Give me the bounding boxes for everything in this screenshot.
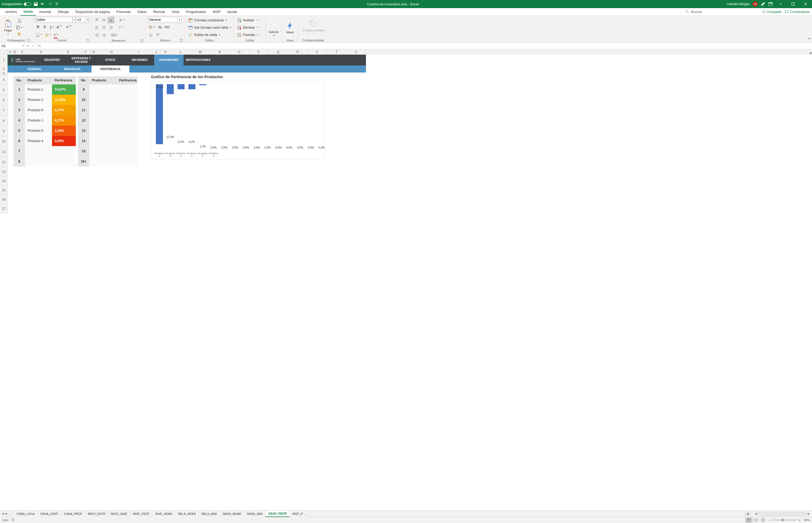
row-header-12[interactable]: 12 — [0, 157, 7, 167]
align-middle-button[interactable] — [101, 17, 107, 23]
ribbon-display-icon[interactable] — [768, 2, 773, 6]
dash-tab-instrucciones[interactable]: INSTRUCCIONES — [183, 55, 213, 66]
redo-icon[interactable] — [47, 2, 52, 6]
orientation-button[interactable]: ab — [118, 17, 126, 23]
row-header-1[interactable]: 1 — [0, 55, 7, 66]
sheet-tab[interactable]: CADA_CENT — [38, 510, 61, 517]
table-row[interactable]: 5Producto 51,24% — [14, 126, 76, 136]
format-painter-button[interactable] — [15, 31, 23, 38]
name-box[interactable] — [0, 43, 25, 49]
copy-button[interactable] — [15, 24, 23, 31]
font-size-input[interactable] — [76, 17, 86, 23]
sheet-nav-more-icon[interactable]: … — [8, 512, 13, 516]
align-right-button[interactable] — [108, 24, 114, 31]
row-header-11[interactable]: 11 — [0, 147, 7, 157]
row-header-10[interactable]: 10 — [0, 137, 7, 147]
row-header-3[interactable]: 3 — [0, 73, 7, 75]
numfmt-dropdown-icon[interactable] — [178, 17, 181, 23]
scroll-left-icon[interactable]: ◀ — [754, 512, 758, 516]
menu-tab-dibujar[interactable]: Dibujar — [54, 8, 72, 16]
sheet-tab[interactable]: INST_P … — [289, 510, 310, 517]
size-dropdown-icon[interactable] — [87, 17, 89, 23]
table-row[interactable]: 7 — [14, 146, 76, 156]
row-header-13[interactable]: 13 — [0, 167, 7, 176]
table-row[interactable]: 4Producto 16,17% — [14, 115, 76, 126]
page-layout-view-button[interactable] — [753, 518, 759, 522]
decrease-indent-button[interactable] — [94, 32, 100, 38]
row-header-14[interactable]: 14 — [0, 176, 7, 186]
horizontal-scrollbar[interactable]: ◀ ▶ — [753, 512, 812, 516]
format-as-table-button[interactable]: Dar formato como tabla — [187, 24, 232, 31]
sheet-tab[interactable]: MOVI_ENTR — [85, 510, 108, 517]
increase-indent-button[interactable] — [101, 32, 107, 38]
table-row[interactable]: 13 — [78, 126, 138, 136]
accounting-format-button[interactable] — [148, 24, 156, 30]
decrease-decimal-button[interactable]: .00.0 — [155, 31, 161, 38]
table-row[interactable]: 3Producto 66,17% — [14, 105, 76, 115]
dialog-launcher-icon[interactable] — [180, 39, 183, 42]
cell-styles-button[interactable]: Estilos de celda — [187, 32, 232, 38]
sheet-tab[interactable]: INVE_GERA — [153, 510, 175, 517]
decrease-font-button[interactable]: A — [66, 24, 74, 30]
row-header-8[interactable]: 8 — [0, 116, 7, 126]
table-row[interactable]: 6Producto 40,00% — [14, 136, 76, 146]
formula-input[interactable] — [42, 44, 810, 48]
sheet-tab[interactable]: CADA_PROF — [61, 510, 85, 517]
col-header-I[interactable]: I — [125, 49, 152, 55]
menu-tab-ayuda[interactable]: Ayuda — [224, 8, 240, 16]
scroll-right-icon[interactable]: ▶ — [807, 512, 811, 516]
share-button[interactable]: Compartir — [761, 10, 782, 14]
dialog-launcher-icon[interactable] — [27, 39, 30, 42]
col-header-L[interactable]: L — [171, 49, 191, 55]
menu-tab-insertar[interactable]: Insertar — [36, 8, 54, 16]
col-header-B[interactable]: B — [13, 49, 17, 55]
table-row[interactable]: 2Producto 312,35% — [14, 95, 76, 105]
table-row[interactable]: 16+ — [78, 156, 138, 167]
font-dropdown-icon[interactable] — [73, 17, 76, 23]
sheet-tab[interactable]: DASH_INDI — [244, 510, 266, 517]
search-box[interactable]: Buscar — [686, 10, 702, 14]
dash-tab-informes[interactable]: INFORMES — [125, 55, 154, 66]
bold-button[interactable]: N — [35, 24, 41, 30]
sheet-nav-prev-icon[interactable]: ◀ — [1, 512, 4, 516]
row-header-4[interactable]: 4 — [0, 75, 7, 85]
insert-cells-button[interactable]: +Insertar — [236, 17, 260, 23]
normal-view-button[interactable] — [745, 518, 753, 522]
zoom-out-button[interactable]: − — [769, 518, 771, 522]
menu-tab-programador[interactable]: Programador — [183, 8, 210, 16]
percent-button[interactable]: % — [157, 24, 163, 30]
col-header-M[interactable]: M — [191, 49, 210, 55]
table-row[interactable]: 15 — [78, 146, 138, 156]
sheet-tab[interactable]: CADA_LOCA — [14, 510, 38, 517]
sheet-tab[interactable]: INVE_CENT — [130, 510, 153, 517]
sheet-tab[interactable]: RELA_ANA — [199, 510, 220, 517]
sheet-tab[interactable]: MOVI_SAID — [108, 510, 130, 517]
increase-font-button[interactable]: A — [56, 24, 65, 30]
format-cells-button[interactable]: Formato — [236, 32, 260, 38]
table-row[interactable]: 11 — [78, 105, 138, 115]
dialog-launcher-icon[interactable] — [140, 39, 143, 42]
align-top-button[interactable] — [94, 17, 100, 23]
dialog-launcher-icon[interactable] — [86, 39, 89, 42]
select-all-corner[interactable] — [0, 49, 7, 55]
confidentiality-button[interactable]: Confidencialidad — [301, 18, 325, 37]
col-header-E[interactable]: E — [55, 49, 82, 55]
col-header-R[interactable]: R — [288, 49, 307, 55]
zoom-slider[interactable] — [773, 520, 797, 521]
conditional-formatting-button[interactable]: Formato condicional — [187, 17, 232, 23]
sheet-tab[interactable]: DASH_REPR — [266, 510, 289, 517]
paste-button[interactable]: Pegar — [2, 17, 14, 38]
col-header-T[interactable]: T — [327, 49, 347, 55]
menu-tab-msp[interactable]: MSP — [210, 8, 224, 16]
zoom-level[interactable]: 90% — [804, 518, 810, 522]
editing-button[interactable]: Edición — [268, 20, 280, 38]
col-header-N[interactable]: N — [210, 49, 230, 55]
row-header-9[interactable]: 9 — [0, 126, 7, 137]
borders-button[interactable] — [35, 31, 43, 38]
font-name-input[interactable] — [35, 17, 73, 23]
accept-formula-icon[interactable]: ✓ — [32, 44, 35, 48]
row-header-7[interactable]: 7 — [0, 106, 7, 116]
minimize-button[interactable] — [776, 0, 785, 8]
add-sheet-button[interactable]: ⊕ — [745, 511, 751, 516]
underline-button[interactable]: S — [49, 24, 55, 30]
